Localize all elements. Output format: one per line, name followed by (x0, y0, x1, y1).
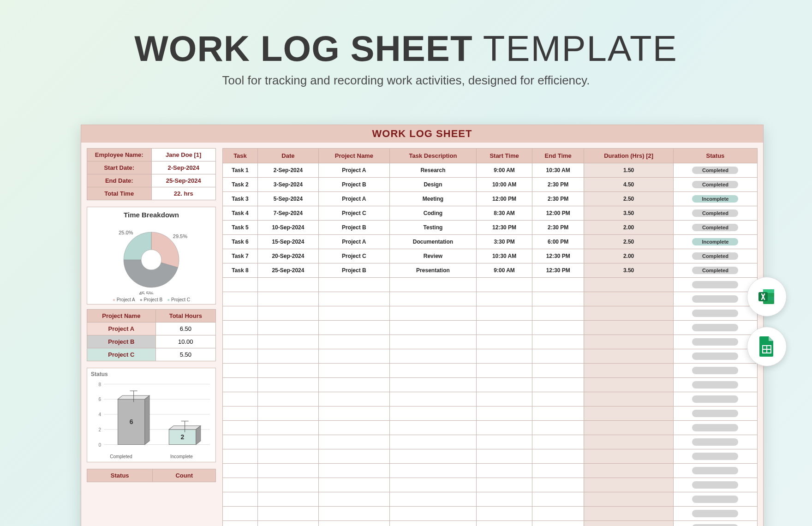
status-badge: . (692, 310, 738, 317)
employee-label: Employee Name: (87, 149, 152, 161)
title-bold: WORK LOG SHEET (134, 28, 472, 69)
end-date-value: 25-Sep-2024 (151, 174, 216, 187)
table-row: . (223, 464, 758, 478)
page-header: WORK LOG SHEET TEMPLATE Tool for trackin… (0, 0, 812, 88)
status-badge: . (692, 524, 738, 526)
status-badge: Incomplete (692, 238, 738, 245)
status-header: Status (87, 469, 153, 482)
table-row: . (223, 321, 758, 335)
svg-text:2: 2 (181, 433, 185, 441)
table-row: . (223, 392, 758, 406)
table-row: . (223, 292, 758, 306)
svg-text:6: 6 (99, 397, 102, 402)
employee-value: Jane Doe [1] (151, 149, 216, 161)
status-badge: Completed (692, 209, 738, 217)
table-row: Task 12-Sep-2024Project AResearch9:00 AM… (223, 163, 758, 178)
table-row: . (223, 421, 758, 435)
donut-icon: 29.5%45.5%25.0% (105, 221, 197, 294)
status-badge: Completed (692, 252, 738, 260)
proj-name: Project B (87, 335, 156, 348)
proj-hours: 5.50 (155, 348, 215, 361)
proj-hours: 6.50 (155, 323, 215, 335)
table-row: . (223, 507, 758, 521)
legend-a: Project A (113, 297, 135, 302)
svg-text:8: 8 (99, 382, 102, 387)
info-table: Employee Name:Jane Doe [1] Start Date:2-… (87, 148, 216, 200)
svg-text:2: 2 (99, 427, 102, 432)
table-row: . (223, 435, 758, 449)
svg-text:4: 4 (99, 412, 102, 417)
table-row: . (223, 406, 758, 421)
table-row: . (223, 364, 758, 378)
status-badge: . (692, 295, 738, 303)
sheets-download-button[interactable] (747, 327, 787, 366)
legend-b: Project B (140, 297, 162, 302)
svg-marker-15 (145, 395, 149, 444)
legend-c: Project C (167, 297, 190, 302)
table-row: Task 615-Sep-2024Project ADocumentation3… (223, 235, 758, 249)
status-badge: . (692, 424, 738, 431)
status-badge: Completed (692, 224, 738, 231)
table-row: . (223, 492, 758, 507)
svg-text:29.5%: 29.5% (173, 233, 187, 239)
start-date-label: Start Date: (87, 161, 152, 174)
count-header: Count (153, 469, 216, 482)
donut-legend: Project A Project B Project C (89, 297, 214, 302)
donut-title: Time Breakdown (89, 211, 214, 219)
table-row: . (223, 378, 758, 392)
proj-name: Project C (87, 348, 156, 361)
status-badge: Incomplete (692, 195, 738, 203)
page-title: WORK LOG SHEET TEMPLATE (0, 28, 812, 70)
bar-label-incomplete: Incomplete (170, 454, 193, 459)
bar-label-completed: Completed (110, 454, 132, 459)
log-header: Task Description (389, 149, 476, 163)
time-breakdown-chart: Time Breakdown 29.5%45.5%25.0% Project A… (87, 207, 216, 305)
project-hours-table: Project NameTotal Hours Project A6.50Pro… (87, 309, 216, 361)
status-badge: Completed (692, 181, 738, 188)
status-badge: . (692, 324, 738, 331)
side-panel: Employee Name:Jane Doe [1] Start Date:2-… (87, 148, 216, 526)
bar-chart-icon: 0246862 (91, 377, 212, 451)
log-header: Status (673, 149, 757, 163)
status-badge: . (692, 353, 738, 360)
table-row: Task 720-Sep-2024Project CReview10:30 AM… (223, 249, 758, 263)
proj-header-name: Project Name (87, 310, 156, 323)
table-row: Task 35-Sep-2024Project AMeeting12:00 PM… (223, 192, 758, 206)
end-date-label: End Date: (87, 174, 152, 187)
status-badge: . (692, 281, 738, 288)
table-row: Task 510-Sep-2024Project BTesting12:30 P… (223, 221, 758, 235)
status-badge: . (692, 453, 738, 460)
log-header: Start Time (477, 149, 532, 163)
log-table: TaskDateProject NameTask DescriptionStar… (222, 148, 758, 526)
total-time-label: Total Time (87, 187, 152, 200)
status-badge: . (692, 467, 738, 474)
sheets-icon (758, 335, 776, 358)
status-badge: Completed (692, 167, 738, 174)
table-row: . (223, 306, 758, 321)
log-header: Task (223, 149, 258, 163)
svg-text:0: 0 (99, 442, 102, 448)
excel-download-button[interactable] (747, 277, 787, 317)
log-header: Date (257, 149, 318, 163)
title-light: TEMPLATE (473, 28, 678, 69)
status-badge: . (692, 510, 738, 517)
table-row: . (223, 349, 758, 364)
svg-text:6: 6 (130, 418, 133, 425)
table-row: . (223, 478, 758, 492)
table-row: . (223, 521, 758, 526)
status-badge: . (692, 481, 738, 489)
page-subtitle: Tool for tracking and recording work act… (0, 73, 812, 88)
status-chart-title: Status (91, 371, 212, 377)
table-row: Task 23-Sep-2024Project BDesign10:00 AM2… (223, 178, 758, 192)
table-row: Task 825-Sep-2024Project BPresentation9:… (223, 263, 758, 278)
status-count-table: StatusCount (87, 469, 216, 482)
status-badge: . (692, 338, 738, 346)
log-header: End Time (532, 149, 584, 163)
status-badge: . (692, 410, 738, 417)
log-header: Project Name (318, 149, 389, 163)
table-row: . (223, 278, 758, 292)
svg-text:45.5%: 45.5% (139, 291, 153, 294)
download-fabs (747, 277, 787, 366)
status-badge: . (692, 395, 738, 403)
status-badge: . (692, 438, 738, 446)
